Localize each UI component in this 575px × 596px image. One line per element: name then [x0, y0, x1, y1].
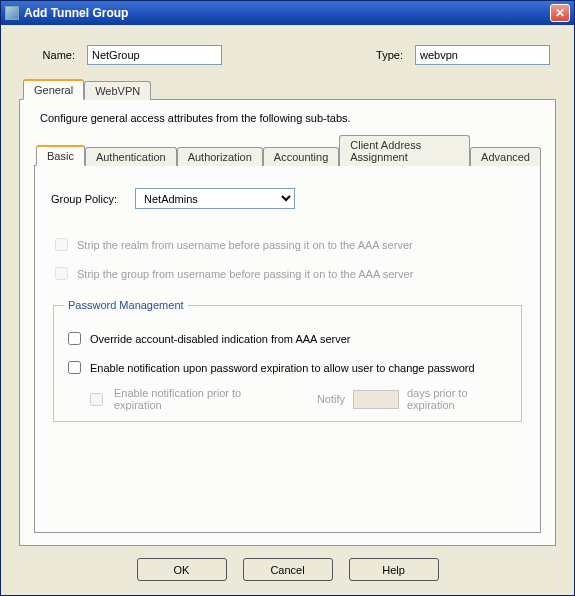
notify-label: Notify [317, 393, 345, 405]
name-input[interactable] [87, 45, 222, 65]
close-button[interactable]: ✕ [550, 4, 570, 22]
group-policy-label: Group Policy: [51, 193, 117, 205]
dialog-window: Add Tunnel Group ✕ Name: Type: General W… [0, 0, 575, 596]
days-input [353, 390, 399, 409]
enable-prior-row: Enable notification prior to expiration … [86, 387, 511, 411]
basic-panel: Group Policy: NetAdmins Strip the realm … [34, 165, 541, 533]
tab-authentication[interactable]: Authentication [85, 147, 177, 166]
enable-prior-checkbox [90, 393, 103, 406]
enable-notify-label: Enable notification upon password expira… [90, 362, 475, 374]
window-title: Add Tunnel Group [24, 6, 550, 20]
close-icon: ✕ [555, 6, 565, 20]
tab-accounting[interactable]: Accounting [263, 147, 339, 166]
tab-webvpn[interactable]: WebVPN [84, 81, 151, 100]
password-management-fieldset: Password Management Override account-dis… [53, 299, 522, 422]
group-policy-row: Group Policy: NetAdmins [51, 188, 524, 209]
top-form-row: Name: Type: [25, 45, 550, 65]
sub-tabstrip: Basic Authentication Authorization Accou… [34, 134, 541, 165]
tab-general[interactable]: General [23, 79, 84, 100]
enable-prior-label: Enable notification prior to expiration [114, 387, 280, 411]
type-input[interactable] [415, 45, 550, 65]
app-icon [5, 6, 19, 20]
type-label: Type: [359, 49, 403, 61]
strip-group-row: Strip the group from username before pas… [51, 264, 524, 283]
tab-client-address-assignment[interactable]: Client Address Assignment [339, 135, 470, 166]
strip-group-checkbox [55, 267, 68, 280]
tab-authorization[interactable]: Authorization [177, 147, 263, 166]
group-policy-select[interactable]: NetAdmins [135, 188, 295, 209]
days-suffix-label: days prior to expiration [407, 387, 511, 411]
cancel-button[interactable]: Cancel [243, 558, 333, 581]
ok-button[interactable]: OK [137, 558, 227, 581]
top-tabstrip: General WebVPN [19, 79, 556, 99]
override-aaa-label: Override account-disabled indication fro… [90, 333, 350, 345]
tab-advanced[interactable]: Advanced [470, 147, 541, 166]
override-aaa-row: Override account-disabled indication fro… [64, 329, 511, 348]
strip-realm-label: Strip the realm from username before pas… [77, 239, 413, 251]
strip-realm-row: Strip the realm from username before pas… [51, 235, 524, 254]
button-row: OK Cancel Help [19, 546, 556, 587]
enable-notify-row: Enable notification upon password expira… [64, 358, 511, 377]
strip-realm-checkbox [55, 238, 68, 251]
tab-basic[interactable]: Basic [36, 145, 85, 166]
strip-group-label: Strip the group from username before pas… [77, 268, 413, 280]
titlebar: Add Tunnel Group ✕ [1, 1, 574, 25]
general-panel: Configure general access attributes from… [19, 99, 556, 546]
help-button[interactable]: Help [349, 558, 439, 581]
panel-prompt: Configure general access attributes from… [40, 112, 541, 124]
content-area: Name: Type: General WebVPN Configure gen… [1, 25, 574, 595]
password-management-legend: Password Management [64, 299, 188, 311]
override-aaa-checkbox[interactable] [68, 332, 81, 345]
name-label: Name: [25, 49, 75, 61]
enable-notify-checkbox[interactable] [68, 361, 81, 374]
